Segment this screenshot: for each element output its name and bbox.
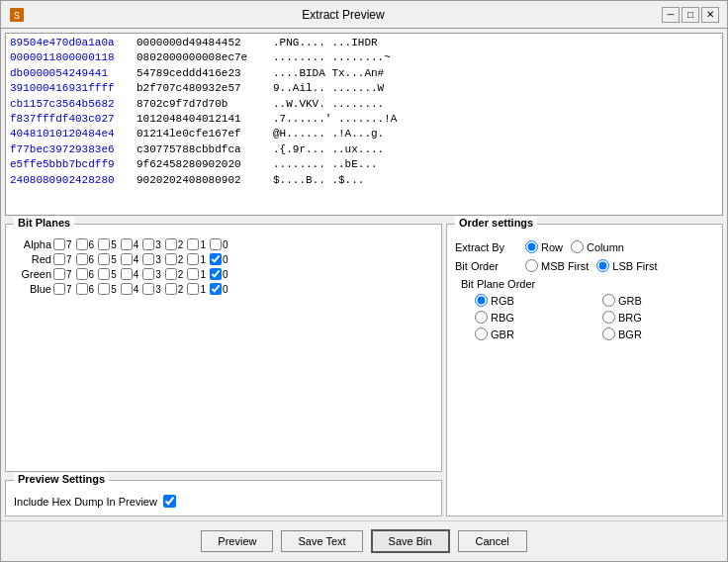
bit-0-checkbox[interactable]	[210, 253, 222, 265]
bpo-rgb-label: RGB	[491, 295, 514, 307]
hex-bytes: 01214le0cfe167ef	[136, 127, 265, 141]
bit-7-checkbox[interactable]	[53, 253, 65, 265]
column-label: Column	[587, 241, 624, 253]
bit-7-checkbox[interactable]	[53, 268, 65, 280]
bit-5-checkbox[interactable]	[98, 253, 110, 265]
bit-checkbox: 0	[210, 238, 230, 250]
bit-7-checkbox[interactable]	[53, 283, 65, 295]
maximize-button[interactable]: □	[682, 7, 699, 23]
bit-1-checkbox[interactable]	[187, 253, 199, 265]
bit-1-checkbox[interactable]	[187, 283, 199, 295]
hex-bytes: 54789ceddd416e23	[136, 66, 265, 81]
row-radio[interactable]	[525, 240, 538, 253]
hex-row: e5ffe5bbb7bcdff99f62458280902020........…	[10, 157, 718, 172]
bpo-bgr-radio[interactable]	[602, 328, 615, 340]
bit-5-checkbox[interactable]	[98, 268, 110, 280]
bit-number: 7	[66, 269, 72, 280]
bpo-brg-radio[interactable]	[602, 311, 615, 324]
bit-checkbox: 0	[210, 253, 230, 265]
window-title: Extract Preview	[25, 8, 662, 22]
include-hex-label: Include Hex Dump In Preview	[14, 496, 157, 508]
bit-2-checkbox[interactable]	[165, 253, 177, 265]
row-radio-item: Row	[525, 240, 563, 253]
bit-5-checkbox[interactable]	[98, 238, 110, 250]
bit-3-checkbox[interactable]	[142, 283, 154, 295]
close-button[interactable]: ✕	[701, 7, 719, 23]
main-window: S Extract Preview ─ □ ✕ 89504e470d0a1a0a…	[0, 0, 728, 562]
bit-2-checkbox[interactable]	[165, 283, 177, 295]
order-settings-title: Order settings	[455, 217, 537, 229]
bpo-gbr-radio[interactable]	[475, 328, 488, 340]
bit-checkbox: 5	[98, 268, 119, 280]
bpo-grb-radio[interactable]	[602, 294, 615, 307]
bpo-grb-label: GRB	[618, 295, 642, 307]
bit-planes-box: Bit Planes Alpha76543210Red76543210Green…	[5, 224, 442, 472]
bit-3-checkbox[interactable]	[142, 268, 154, 280]
hex-addr: 2408080902428280	[10, 173, 129, 188]
hex-addr: e5ffe5bbb7bcdff9	[10, 157, 129, 172]
bpo-brg-item: BRG	[602, 311, 714, 324]
preview-button[interactable]: Preview	[201, 530, 273, 552]
column-radio[interactable]	[571, 240, 584, 253]
bit-number: 2	[178, 254, 184, 265]
bit-number: 6	[89, 269, 95, 280]
bit-4-checkbox[interactable]	[121, 283, 133, 295]
bpo-rbg-radio[interactable]	[475, 311, 488, 324]
right-panel: Order settings Extract By Row Col	[446, 224, 723, 516]
bit-2-checkbox[interactable]	[165, 268, 177, 280]
bit-number: 6	[89, 284, 95, 295]
bit-6-checkbox[interactable]	[76, 283, 88, 295]
hex-row: 40481010120484e401214le0cfe167ef@H......…	[10, 127, 718, 141]
hex-addr: f837fffdf403c027	[10, 112, 129, 127]
channel-label: Alpha	[14, 238, 51, 250]
save-bin-button[interactable]: Save Bin	[371, 529, 450, 553]
bit-3-checkbox[interactable]	[142, 253, 154, 265]
bit-0-checkbox[interactable]	[210, 283, 222, 295]
msb-first-radio[interactable]	[525, 259, 538, 272]
hex-bytes: 8702c9f7d7d70b	[136, 97, 265, 112]
hex-bytes: 0802000000008ec7e	[136, 50, 265, 65]
bit-6-checkbox[interactable]	[76, 253, 88, 265]
bit-plane-order-grid: RGBGRBRBGBRGGBRBGR	[455, 294, 714, 340]
bit-checkbox: 4	[121, 283, 141, 295]
hex-addr: db0000054249441	[10, 66, 129, 81]
bit-6-checkbox[interactable]	[76, 238, 88, 250]
bit-checkbox: 6	[76, 283, 97, 295]
bit-number: 5	[111, 239, 117, 250]
bit-order-radio-group: MSB First LSB First	[525, 259, 658, 272]
bit-5-checkbox[interactable]	[98, 283, 110, 295]
bit-number: 3	[155, 254, 161, 265]
bit-number: 0	[223, 254, 228, 265]
bit-checkbox: 7	[53, 238, 74, 250]
bpo-rgb-item: RGB	[475, 294, 587, 307]
minimize-button[interactable]: ─	[662, 7, 680, 23]
bit-2-checkbox[interactable]	[165, 238, 177, 250]
bpo-rgb-radio[interactable]	[475, 294, 488, 307]
bit-checkbox: 6	[76, 268, 97, 280]
bit-7-checkbox[interactable]	[53, 238, 65, 250]
include-hex-checkbox[interactable]	[163, 495, 176, 508]
bit-3-checkbox[interactable]	[142, 238, 154, 250]
bit-4-checkbox[interactable]	[121, 238, 133, 250]
bit-planes-title: Bit Planes	[14, 217, 74, 229]
bit-1-checkbox[interactable]	[187, 268, 199, 280]
hex-ascii: $....B.. .$...	[273, 173, 364, 188]
bit-1-checkbox[interactable]	[187, 238, 199, 250]
lsb-first-radio[interactable]	[596, 259, 609, 272]
bit-6-checkbox[interactable]	[76, 268, 88, 280]
save-text-button[interactable]: Save Text	[281, 530, 362, 552]
cancel-button[interactable]: Cancel	[458, 530, 527, 552]
bit-0-checkbox[interactable]	[210, 238, 222, 250]
hex-addr: 391000416931ffff	[10, 81, 129, 96]
bit-4-checkbox[interactable]	[121, 253, 133, 265]
bpo-bgr-label: BGR	[618, 328, 642, 340]
channel-row: Alpha76543210	[14, 238, 433, 250]
bit-0-checkbox[interactable]	[210, 268, 222, 280]
hex-bytes: 1012048404012141	[136, 112, 265, 127]
hex-ascii: .PNG.... ...IHDR	[273, 36, 378, 50]
bit-plane-order-section: Bit Plane Order RGBGRBRBGBRGGBRBGR	[455, 278, 714, 340]
bpo-gbr-item: GBR	[475, 328, 587, 340]
bit-number: 2	[178, 239, 184, 250]
bit-checkbox: 3	[142, 238, 163, 250]
bit-4-checkbox[interactable]	[121, 268, 133, 280]
